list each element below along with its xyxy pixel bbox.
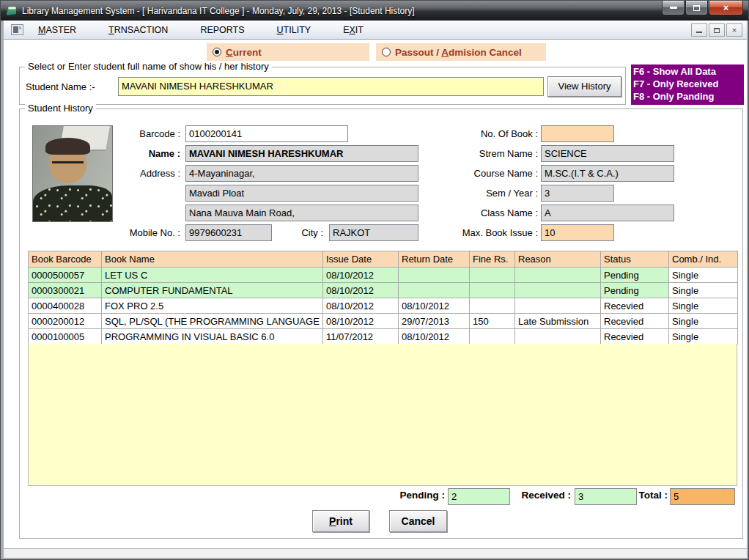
max-book-issue-field: 10 [541,224,614,241]
class-name-label: Class Name : [435,207,538,218]
address-line3-field: Nana Mauva Main Road, [185,205,418,221]
col-status: Status [601,251,669,268]
print-button[interactable]: Print [312,510,369,532]
strem-name-label: Strem Name : [435,148,538,159]
col-fine: Fine Rs. [470,251,515,268]
empty-grid-area [28,344,737,486]
menu-item-trnsaction[interactable]: TRNSACTION [108,25,168,35]
col-reason: Reason [515,251,601,268]
close-icon: × [723,3,729,12]
received-count-label: Received : [499,490,571,501]
col-return-date: Return Date [399,251,470,268]
name-label: Name : [92,148,180,159]
mdi-minimize-icon [696,32,702,33]
student-name-label: Student Name :- [26,81,115,92]
address-line1-field: 4-Mayaninagar, [185,165,418,182]
status-strip [4,548,747,558]
barcode-label: Barcode : [92,128,180,139]
menu-item-utility[interactable]: UTILITY [277,25,311,35]
books-table: Book Barcode Book Name Issue Date Return… [28,251,738,345]
radio-unselected-icon[interactable] [382,48,391,56]
no-of-book-label: No. Of Book : [435,128,538,139]
minimize-button[interactable] [662,1,685,15]
mobile-label: Mobile No. : [92,227,180,238]
hotkey-f8: F8 - Only Panding [633,90,742,103]
course-name-label: Course Name : [435,168,538,179]
radio-selected-icon[interactable] [213,48,221,56]
table-row[interactable]: 0000200012SQL, PL/SQL (THE PROGRAMMING L… [29,314,738,329]
no-of-book-field [541,125,614,142]
class-name-field: A [541,205,674,221]
sem-year-label: Sem / Year : [435,188,538,199]
col-book-barcode: Book Barcode [29,251,102,268]
mdi-document-icon [11,24,23,35]
titlebar[interactable]: Library Management System - [ Harivandan… [1,1,749,21]
hotkey-f6: F6 - Show All Data [633,65,742,78]
restore-button[interactable] [685,1,708,15]
sem-year-field: 3 [541,185,614,202]
table-row[interactable]: 0000500057LET US C 08/10/2012 PendingSin… [29,268,738,283]
hotkey-f7: F7 - Only Received [633,78,742,90]
mobile-field: 9979600231 [185,224,272,241]
address-label: Address : [92,168,180,179]
search-groupbox-legend: Select or Enter student full name of sho… [25,61,272,72]
course-name-field: M.SC.(I.T & C.A.) [541,165,674,182]
view-history-button[interactable]: View History [547,76,621,97]
menu-item-reports[interactable]: REPORTS [200,25,244,35]
name-field: MAVANI NIMESH HARESHKUMAR [185,145,418,162]
table-row[interactable]: 0000100005PROGRAMMING IN VISUAL BASIC 6.… [29,329,738,345]
menubar: MASTER TRNSACTION REPORTS UTILITY EXIT × [4,21,747,40]
col-book-name: Book Name [102,251,323,268]
table-header-row: Book Barcode Book Name Issue Date Return… [29,251,738,268]
strem-name-field: SCIENCE [541,145,674,162]
filter-passout-option[interactable]: Passout / Admision Cancel [376,43,546,61]
close-button[interactable]: × [709,1,743,15]
address-line2-field: Mavadi Ploat [185,185,418,202]
mdi-restore-button[interactable] [709,23,725,37]
city-label: City : [279,227,323,238]
mdi-close-icon: × [732,26,737,34]
window-title: Library Management System - [ Harivandan… [22,6,415,16]
form-client-area: Current Passout / Admision Cancel Select… [4,40,747,548]
total-count-field: 5 [670,488,735,505]
minimize-icon [670,7,677,9]
col-issue-date: Issue Date [323,251,399,268]
barcode-field[interactable]: 0100200141 [185,125,348,142]
table-row[interactable]: 0000400028FOX PRO 2.5 08/10/201208/10/20… [29,298,738,314]
max-book-issue-label: Max. Book Issue : [435,227,538,238]
col-comb-ind: Comb./ Ind. [669,251,738,268]
city-field: RAJKOT [329,224,418,241]
app-icon [6,5,18,17]
filter-passout-label: Passout / Admision Cancel [395,47,522,58]
hotkeys-panel: F6 - Show All Data F7 - Only Received F8… [631,65,744,105]
pending-count-label: Pending : [370,490,445,501]
total-count-label: Total : [612,490,668,501]
app-window: Library Management System - [ Harivandan… [0,0,749,560]
student-name-input[interactable]: MAVANI NIMESH HARESHKUMAR [118,77,544,96]
menu-item-master[interactable]: MASTER [38,25,76,35]
cancel-button[interactable]: Cancel [389,510,447,532]
filter-current-option[interactable]: Current [207,43,369,61]
menu-item-exit[interactable]: EXIT [343,25,364,35]
student-history-legend: Student History [25,103,96,114]
mdi-close-button[interactable]: × [726,23,742,37]
mdi-minimize-button[interactable] [691,23,707,37]
restore-icon [693,5,700,11]
table-row[interactable]: 0000300021COMPUTER FUNDAMENTAL 08/10/201… [29,283,738,298]
filter-current-label: Current [226,47,262,58]
mdi-restore-icon [714,28,720,33]
